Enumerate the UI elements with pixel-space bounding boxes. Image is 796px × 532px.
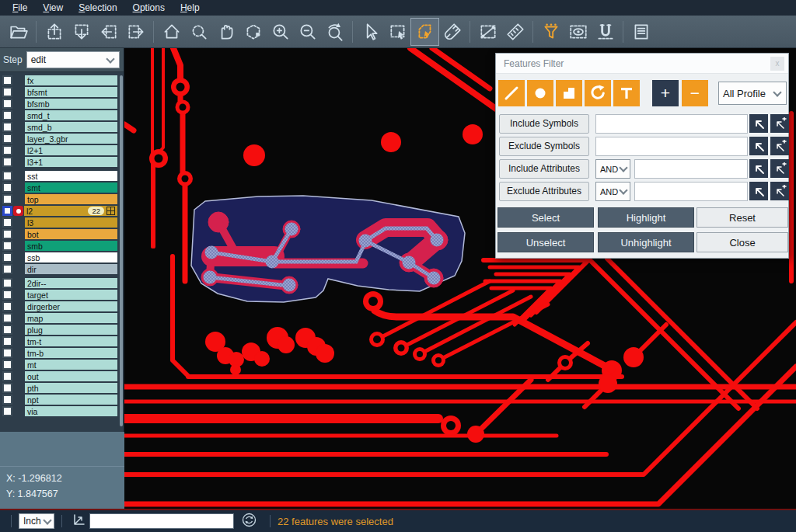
pick-add-symbol-icon[interactable]: [770, 114, 789, 133]
select-arrow-icon[interactable]: [357, 19, 384, 45]
include-attributes-logic-select[interactable]: AND: [595, 159, 630, 179]
angle-measure-icon[interactable]: [72, 513, 86, 530]
unselect-button[interactable]: Unselect: [498, 232, 594, 252]
zoom-previous-icon[interactable]: [321, 19, 348, 45]
layer-name[interactable]: bot: [25, 229, 117, 239]
close-button[interactable]: Close: [696, 232, 788, 252]
refresh-icon[interactable]: [242, 513, 257, 530]
layer-name[interactable]: dir: [25, 264, 117, 274]
layer-visibility-checkbox[interactable]: [2, 217, 12, 228]
log-panel-icon[interactable]: [627, 19, 655, 45]
menu-help[interactable]: Help: [173, 1, 208, 15]
measure-distance-icon[interactable]: [474, 19, 501, 45]
layer-name[interactable]: smd_b: [25, 122, 117, 132]
layer-name[interactable]: smt: [25, 183, 117, 193]
layer-name[interactable]: l222: [24, 206, 117, 216]
layer-visibility-checkbox[interactable]: [2, 75, 12, 85]
highlight-button[interactable]: Highlight: [598, 207, 694, 228]
layer-name[interactable]: out: [25, 371, 117, 381]
pick-symbol-icon[interactable]: [749, 114, 768, 133]
zoom-object-icon[interactable]: [239, 19, 267, 45]
profile-select[interactable]: All Profile: [718, 82, 787, 105]
unhighlight-button[interactable]: Unhighlight: [598, 232, 694, 252]
layer-visibility-checkbox[interactable]: [2, 336, 12, 346]
layer-visibility-checkbox[interactable]: [2, 348, 12, 358]
pan-right-icon[interactable]: [122, 19, 149, 45]
layer-visibility-checkbox[interactable]: [2, 252, 12, 263]
layer-visibility-checkbox[interactable]: [2, 110, 12, 120]
layer-name[interactable]: l2+1: [25, 145, 117, 155]
layer-name[interactable]: smb: [25, 241, 117, 251]
layer-visibility-checkbox[interactable]: [2, 171, 12, 181]
select-button[interactable]: Select: [498, 207, 594, 228]
include-symbols-input[interactable]: [595, 114, 748, 134]
layer-visibility-checkbox[interactable]: [2, 145, 12, 155]
layer-visibility-checkbox[interactable]: [2, 325, 12, 335]
layer-visibility-checkbox[interactable]: [2, 157, 12, 167]
layer-name[interactable]: pth: [25, 383, 117, 393]
include-symbols-button[interactable]: Include Symbols: [499, 114, 589, 134]
layer-visibility-checkbox[interactable]: [2, 360, 12, 370]
features-filter-icon[interactable]: [537, 19, 564, 45]
dialog-title[interactable]: Features Filter: [496, 54, 788, 74]
pick-add-attribute-icon[interactable]: [770, 182, 789, 200]
pan-down-icon[interactable]: [68, 19, 95, 45]
layer-visibility-checkbox[interactable]: [2, 99, 12, 109]
layer-visibility-checkbox[interactable]: [2, 290, 12, 300]
layer-visibility-checkbox[interactable]: [2, 183, 12, 193]
layer-visibility-checkbox[interactable]: [2, 206, 12, 216]
pick-attribute-icon[interactable]: [749, 182, 768, 200]
paint-membrane-icon[interactable]: [438, 19, 466, 45]
sidebar-scrollbar[interactable]: [120, 75, 123, 426]
step-select[interactable]: edit: [26, 51, 120, 68]
polygon-select-icon[interactable]: [411, 19, 438, 45]
pan-up-icon[interactable]: [40, 19, 68, 45]
unit-select[interactable]: Inch: [19, 513, 54, 529]
open-file-icon[interactable]: [5, 19, 32, 45]
layer-name[interactable]: 2dir--: [25, 278, 117, 288]
layer-visibility-checkbox[interactable]: [2, 406, 12, 416]
layer-name[interactable]: plug: [25, 325, 117, 335]
command-input[interactable]: [89, 513, 234, 529]
menu-file[interactable]: File: [5, 1, 35, 15]
layer-name[interactable]: ssb: [25, 252, 117, 263]
layer-visibility-checkbox[interactable]: [2, 134, 12, 144]
layer-visibility-checkbox[interactable]: [2, 278, 12, 288]
layer-visibility-checkbox[interactable]: [2, 122, 12, 132]
layer-name[interactable]: dirgerber: [25, 301, 117, 311]
pick-add-attribute-icon[interactable]: [770, 159, 789, 178]
layer-name[interactable]: mt: [25, 360, 117, 370]
filter-text-icon[interactable]: [613, 80, 640, 106]
include-attributes-input[interactable]: [634, 159, 748, 179]
pick-add-symbol-icon[interactable]: [770, 137, 789, 155]
layer-name[interactable]: sst: [25, 171, 117, 181]
layer-name[interactable]: l3: [25, 217, 117, 228]
layer-name[interactable]: top: [25, 194, 117, 204]
reset-button[interactable]: Reset: [696, 207, 788, 228]
positive-polarity-button[interactable]: +: [652, 80, 679, 106]
layer-visibility-checkbox[interactable]: [2, 229, 12, 239]
layer-visibility-checkbox[interactable]: [2, 371, 12, 381]
pan-left-icon[interactable]: [95, 19, 122, 45]
exclude-symbols-input[interactable]: [595, 137, 748, 156]
layer-name[interactable]: map: [25, 313, 117, 323]
layer-name[interactable]: via: [25, 406, 117, 416]
zoom-area-icon[interactable]: [185, 19, 212, 45]
layer-visibility-checkbox[interactable]: [2, 301, 12, 311]
layer-visibility-checkbox[interactable]: [2, 264, 12, 274]
layer-visibility-checkbox[interactable]: [2, 194, 12, 204]
exclude-attributes-logic-select[interactable]: AND: [595, 182, 630, 201]
layer-visibility-checkbox[interactable]: [2, 241, 12, 251]
include-attributes-button[interactable]: Include Attributes: [499, 159, 589, 179]
layer-visibility-checkbox[interactable]: [2, 383, 12, 393]
layer-name[interactable]: layer_3.gbr: [25, 134, 117, 144]
layer-visibility-checkbox[interactable]: [2, 87, 12, 97]
layer-name[interactable]: bfsmb: [25, 99, 117, 109]
layer-name[interactable]: tm-t: [25, 336, 117, 346]
menu-options[interactable]: Options: [125, 1, 173, 15]
layer-name[interactable]: l3+1: [25, 157, 117, 167]
zoom-out-icon[interactable]: [294, 19, 321, 45]
layer-visibility-checkbox[interactable]: [2, 395, 12, 405]
filter-line-icon[interactable]: [498, 80, 525, 106]
layer-name[interactable]: tm-b: [25, 348, 117, 358]
